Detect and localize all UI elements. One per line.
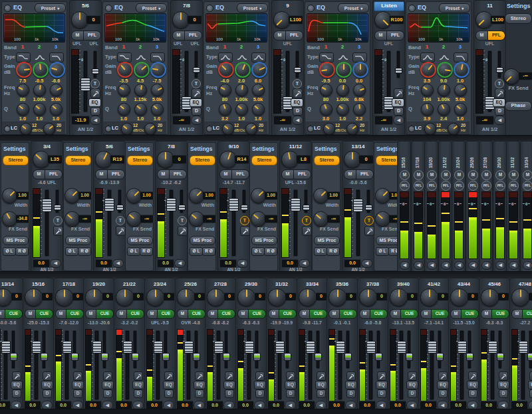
pfl-button[interactable]: PFL [441, 181, 451, 191]
eq-enable-button[interactable]: EQ [254, 381, 266, 389]
fader-handle[interactable] [63, 341, 72, 354]
fader-track[interactable] [107, 189, 112, 257]
fader-handle[interactable] [253, 353, 261, 361]
fader-track[interactable] [42, 330, 46, 369]
phase-right-button[interactable]: R Ø [140, 247, 153, 256]
pan-knob[interactable] [481, 288, 499, 306]
mute-button[interactable]: M [421, 310, 431, 318]
fader-handle[interactable] [315, 353, 322, 361]
preset-button[interactable]: Preset▾ [35, 3, 66, 13]
wrench-icon[interactable] [317, 371, 326, 381]
mute-button[interactable]: M [299, 310, 309, 318]
wrench-icon[interactable] [408, 371, 417, 381]
fader-handle[interactable] [366, 341, 376, 354]
mute-button[interactable]: M [116, 310, 126, 318]
pan-knob[interactable] [25, 288, 43, 306]
eq-enable-button[interactable]: EQ [194, 381, 205, 389]
fader-handle[interactable] [184, 341, 194, 354]
mute-button[interactable]: M [33, 170, 45, 179]
pan-knob[interactable] [116, 288, 134, 306]
dynamics-button[interactable]: D [377, 389, 386, 398]
dynamics-button[interactable]: D [408, 389, 417, 398]
pfl-button[interactable]: PFL [294, 170, 311, 179]
lc-slope-knob[interactable] [424, 123, 436, 135]
wrench-icon[interactable] [90, 88, 100, 98]
eq-gain-knob[interactable] [218, 62, 234, 78]
wrench-icon[interactable] [43, 371, 52, 381]
pan-knob[interactable] [177, 288, 195, 306]
speaker-icon[interactable]: ◀ [191, 116, 202, 125]
phase-right-button[interactable]: R Ø [15, 247, 29, 256]
fader-track[interactable] [521, 330, 525, 400]
fader-track[interactable] [399, 330, 404, 400]
lc-freq-knob[interactable] [43, 123, 55, 135]
dynamics-button[interactable]: D [225, 389, 234, 398]
fader-handle[interactable] [193, 353, 200, 361]
dynamics-button[interactable]: D [438, 389, 448, 398]
speaker-icon[interactable]: ◀ [400, 261, 410, 270]
eq-enable-button[interactable]: EQ [437, 381, 449, 389]
wrench-icon[interactable] [192, 88, 201, 98]
speaker-icon[interactable]: ◀ [495, 261, 505, 270]
eq-enable-button[interactable]: EQ [190, 98, 202, 107]
eq-freq-knob[interactable] [353, 84, 366, 96]
eq-gain-knob[interactable] [336, 62, 352, 78]
fader-track[interactable] [125, 330, 130, 400]
mute-button[interactable]: M [476, 31, 487, 40]
eq-enable-button[interactable]: EQ [497, 381, 509, 389]
fader-handle[interactable] [395, 68, 402, 74]
fader-handle[interactable] [132, 353, 139, 361]
settings-dot[interactable] [4, 126, 11, 132]
mute-button[interactable]: M [173, 31, 184, 40]
dynamics-button[interactable]: D [103, 389, 112, 398]
settings-dot[interactable] [206, 5, 213, 12]
eq-freq-knob[interactable] [320, 84, 332, 96]
eq-type-shelfL-icon[interactable] [16, 52, 31, 62]
cue-button[interactable]: CUE [249, 310, 265, 318]
dynamics-button[interactable]: D [43, 389, 52, 398]
fader-track[interactable] [438, 330, 442, 369]
mute-button[interactable]: M [495, 170, 505, 180]
wrench-icon[interactable] [529, 371, 532, 381]
fader-handle[interactable] [375, 353, 382, 361]
eq-enable-button[interactable]: EQ [11, 381, 23, 389]
fader-handle[interactable] [497, 353, 504, 361]
eq-gain-knob[interactable] [134, 62, 150, 78]
fader-track[interactable] [102, 330, 106, 369]
mute-button[interactable]: M [400, 170, 410, 180]
fader-handle[interactable] [71, 353, 78, 361]
fader-handle[interactable] [42, 199, 52, 212]
eq-freq-knob[interactable] [336, 84, 349, 96]
fader-handle[interactable] [303, 205, 310, 211]
mute-button[interactable]: M [481, 310, 491, 318]
speaker-icon[interactable]: ◀ [454, 261, 464, 270]
fader-handle[interactable] [229, 198, 239, 211]
wrench-icon[interactable] [178, 226, 188, 236]
mute-button[interactable]: M [441, 170, 451, 180]
phase-left-button[interactable]: Ø L [127, 247, 140, 256]
pan-knob[interactable] [390, 288, 408, 306]
wrench-icon[interactable] [103, 371, 112, 381]
cue-button[interactable]: CUE [401, 310, 418, 318]
wrench-icon[interactable] [499, 371, 508, 381]
cue-button[interactable]: CUE [5, 310, 22, 318]
eq-q-knob[interactable] [235, 103, 248, 116]
fader-track[interactable] [93, 51, 97, 78]
dynamics-button[interactable]: D [134, 389, 143, 398]
cue-button[interactable]: CUE [492, 310, 509, 318]
fader-track[interactable] [293, 189, 298, 257]
pfl-button[interactable]: PFL [170, 170, 186, 179]
mute-button[interactable]: M [25, 310, 35, 318]
fader-handle[interactable] [488, 341, 497, 354]
fader-handle[interactable] [344, 353, 352, 361]
eq-enable-button[interactable]: EQ [315, 381, 327, 389]
dynamics-button[interactable]: D [255, 389, 265, 398]
fader-handle[interactable] [353, 199, 363, 212]
talkback-button[interactable]: T [495, 79, 504, 88]
dynamics-button[interactable]: D [90, 107, 100, 116]
stereo-button[interactable]: Stereo [314, 155, 340, 165]
wrench-icon[interactable] [12, 371, 21, 381]
speaker-icon[interactable]: ◀ [523, 261, 532, 270]
pan-knob[interactable] [511, 288, 529, 306]
mute-button[interactable]: M [360, 310, 370, 318]
